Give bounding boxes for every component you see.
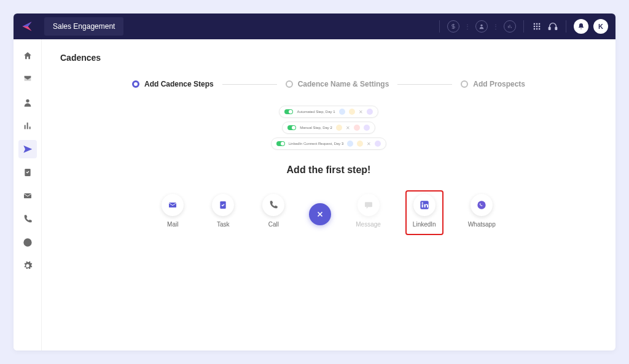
step-bullet-icon bbox=[132, 80, 139, 88]
divider-dot: ⋮ bbox=[493, 23, 499, 30]
svg-rect-6 bbox=[539, 26, 540, 27]
option-label: Call bbox=[268, 221, 279, 228]
illus-step-icon bbox=[375, 141, 381, 147]
illus-text: Manual Step, Day 2 bbox=[300, 126, 332, 130]
svg-rect-17 bbox=[24, 193, 31, 198]
svg-rect-2 bbox=[536, 23, 537, 25]
apps-grid-icon[interactable] bbox=[531, 21, 542, 32]
option-call[interactable]: Call bbox=[259, 190, 288, 231]
mail-icon bbox=[162, 194, 184, 216]
sidebar-item-settings[interactable] bbox=[18, 257, 37, 275]
sidebar-item-reports[interactable] bbox=[18, 117, 37, 135]
sidebar-item-contacts[interactable] bbox=[18, 93, 37, 112]
svg-rect-8 bbox=[536, 28, 537, 29]
illus-step-icon bbox=[349, 109, 355, 115]
svg-rect-18 bbox=[169, 203, 176, 207]
illus-step-icon bbox=[336, 125, 342, 131]
option-mail[interactable]: Mail bbox=[158, 190, 187, 231]
option-label: Mail bbox=[167, 221, 178, 228]
sidebar-item-analytics[interactable] bbox=[18, 233, 37, 252]
svg-rect-9 bbox=[539, 28, 540, 29]
app-window: Sales Engagement ⋮ ⋮ K bbox=[14, 14, 615, 350]
toggle-icon bbox=[276, 141, 285, 146]
svg-rect-7 bbox=[534, 28, 535, 29]
body: Cadences Add Cadence Steps Cadence Name … bbox=[14, 39, 615, 350]
divider bbox=[523, 20, 524, 33]
toggle-icon bbox=[287, 125, 296, 130]
illus-step-icon bbox=[339, 109, 345, 115]
illus-step-icon bbox=[364, 125, 370, 131]
option-label: Whatsapp bbox=[468, 221, 496, 228]
illus-text: Automated Step, Day 1 bbox=[297, 110, 335, 114]
currency-icon[interactable] bbox=[447, 20, 459, 33]
option-label: Message bbox=[356, 221, 381, 228]
illus-row: Automated Step, Day 1 ✕ bbox=[279, 106, 378, 118]
sidebar-item-cadences[interactable] bbox=[18, 140, 37, 158]
step-connector bbox=[397, 84, 452, 85]
svg-rect-15 bbox=[29, 126, 30, 129]
add-step-prompt: Add the first step! bbox=[60, 165, 597, 176]
svg-rect-1 bbox=[534, 23, 535, 25]
app-logo-icon[interactable] bbox=[21, 20, 33, 33]
cadence-illustration: Automated Step, Day 1 ✕ Manual Step, Day… bbox=[60, 106, 597, 150]
illus-step-icon bbox=[354, 125, 360, 131]
user-icon[interactable] bbox=[475, 20, 488, 33]
user-avatar[interactable]: K bbox=[593, 19, 608, 34]
option-task[interactable]: Task bbox=[208, 190, 238, 231]
svg-point-24 bbox=[478, 201, 486, 209]
illus-row: Manual Step, Day 2 ✕ bbox=[282, 122, 375, 134]
sidebar-item-calls[interactable] bbox=[18, 210, 37, 228]
step-label: Add Prospects bbox=[473, 80, 525, 88]
divider bbox=[439, 20, 440, 33]
option-label: Task bbox=[217, 221, 230, 228]
message-icon bbox=[357, 194, 380, 216]
option-label: LinkedIn bbox=[413, 221, 436, 228]
topbar-right: ⋮ ⋮ K bbox=[437, 19, 608, 34]
main-content: Cadences Add Cadence Steps Cadence Name … bbox=[42, 39, 615, 350]
step-cadence-name-settings[interactable]: Cadence Name & Settings bbox=[286, 80, 389, 88]
whatsapp-icon bbox=[471, 194, 493, 216]
svg-point-0 bbox=[480, 25, 482, 26]
wizard-stepper: Add Cadence Steps Cadence Name & Setting… bbox=[132, 80, 525, 88]
headset-icon[interactable] bbox=[547, 21, 558, 32]
sidebar-item-home[interactable] bbox=[18, 47, 37, 65]
step-add-prospects[interactable]: Add Prospects bbox=[461, 80, 525, 88]
svg-rect-4 bbox=[534, 26, 535, 27]
sidebar-item-tasks[interactable] bbox=[18, 163, 37, 182]
svg-rect-3 bbox=[539, 23, 540, 25]
option-whatsapp[interactable]: Whatsapp bbox=[464, 190, 499, 231]
page-title: Cadences bbox=[60, 53, 597, 63]
step-label: Add Cadence Steps bbox=[144, 80, 214, 88]
divider bbox=[566, 20, 566, 33]
svg-rect-14 bbox=[26, 123, 28, 130]
linkedin-icon bbox=[413, 194, 436, 216]
svg-rect-11 bbox=[555, 27, 557, 29]
notifications-icon[interactable] bbox=[574, 19, 588, 34]
close-options-button[interactable] bbox=[309, 203, 331, 225]
call-icon bbox=[262, 194, 284, 216]
illus-step-icon bbox=[357, 141, 363, 147]
analytics-icon[interactable] bbox=[504, 20, 516, 33]
step-connector bbox=[222, 84, 277, 85]
close-icon: ✕ bbox=[359, 109, 363, 115]
module-name: Sales Engagement bbox=[44, 17, 123, 36]
illus-step-icon bbox=[347, 141, 353, 147]
sidebar-item-inbox[interactable] bbox=[18, 70, 37, 88]
svg-point-12 bbox=[26, 99, 29, 103]
option-message: Message bbox=[352, 190, 385, 231]
step-bullet-icon bbox=[461, 80, 468, 88]
svg-rect-23 bbox=[421, 204, 423, 207]
toggle-icon bbox=[284, 109, 293, 114]
sidebar-item-mail[interactable] bbox=[18, 187, 37, 205]
sidebar bbox=[14, 39, 42, 350]
task-icon bbox=[212, 194, 234, 216]
svg-rect-20 bbox=[365, 202, 372, 207]
step-add-cadence-steps[interactable]: Add Cadence Steps bbox=[132, 80, 214, 88]
illus-row: LinkedIn Connect Request, Day 3 ✕ bbox=[271, 137, 387, 150]
svg-rect-13 bbox=[24, 125, 25, 130]
option-linkedin[interactable]: LinkedIn bbox=[405, 190, 443, 235]
close-icon: ✕ bbox=[346, 125, 350, 131]
topbar: Sales Engagement ⋮ ⋮ K bbox=[14, 14, 615, 39]
step-bullet-icon bbox=[286, 80, 293, 88]
divider-dot: ⋮ bbox=[464, 23, 471, 30]
